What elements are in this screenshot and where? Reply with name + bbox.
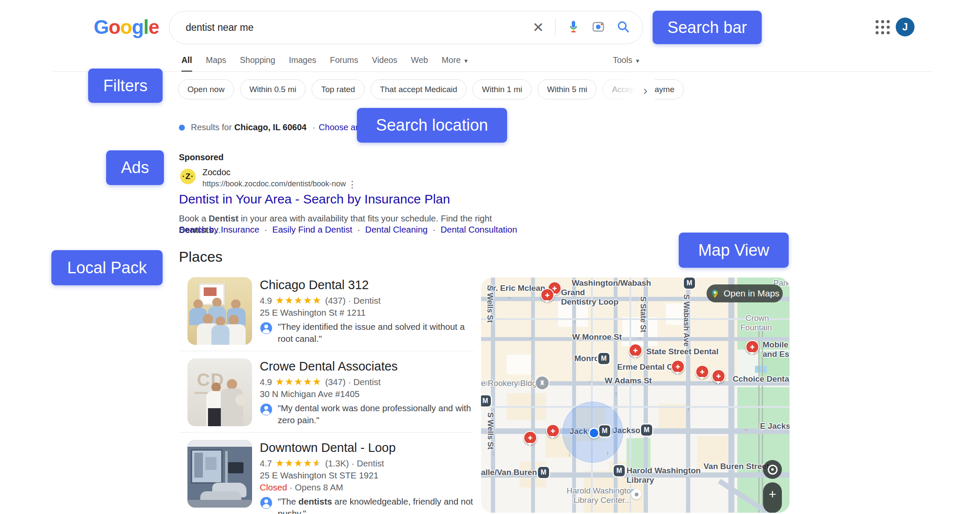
dentist-map-pin[interactable]: ✚ — [546, 424, 560, 438]
map-label: e Rookery Bldg — [481, 379, 537, 388]
logo-letter: G — [94, 16, 109, 38]
tabs-divider — [52, 72, 932, 72]
clear-search-icon[interactable]: ✕ — [532, 21, 544, 34]
dentist-map-pin[interactable]: ✚ — [671, 360, 685, 374]
map-view[interactable]: Dr. Eric McleanGrandDentistry LoopWashin… — [481, 278, 790, 513]
tab-more[interactable]: More▼ — [442, 55, 469, 72]
ad-title-link[interactable]: Dentist in Your Area - Search by Insuran… — [179, 192, 450, 206]
annotation-search-location: Search location — [357, 108, 507, 143]
map-label: Grand — [561, 288, 585, 297]
reviewer-icon — [260, 403, 273, 416]
sitelink[interactable]: Search by Insurance — [179, 224, 259, 234]
search-bar[interactable]: dentist near me ✕ — [169, 11, 643, 44]
listing-photo[interactable] — [187, 440, 252, 508]
listing-name[interactable]: Chicago Dental 312 — [260, 278, 480, 292]
filter-chip[interactable]: Open now — [178, 79, 234, 99]
one-way-arrow-icon: ↓ — [573, 317, 577, 324]
listing-photo[interactable] — [187, 277, 252, 345]
ad-menu-icon[interactable]: ⋮ — [347, 179, 357, 190]
map-label: W Monroe St — [572, 332, 622, 342]
annotation-filters: Filters — [88, 69, 163, 103]
metro-station-icon[interactable]: M — [641, 424, 652, 436]
search-submit-icon[interactable] — [616, 20, 630, 35]
metro-station-icon[interactable]: M — [599, 425, 610, 436]
voice-search-icon[interactable] — [567, 20, 580, 35]
my-location-button[interactable] — [763, 460, 782, 479]
tools-button[interactable]: Tools▼ — [613, 55, 640, 65]
filter-chip[interactable]: Within 0.5 mi — [240, 79, 306, 99]
poi-dot-icon — [631, 489, 641, 499]
metro-station-icon[interactable]: M — [614, 465, 625, 476]
listing-name[interactable]: Crowe Dental Associates — [260, 359, 480, 374]
filter-chip[interactable]: Within 5 mi — [538, 79, 597, 99]
street-name-vertical: S Wells St — [486, 412, 495, 450]
dentist-map-pin[interactable]: ✚ — [712, 369, 725, 383]
ad-sitelinks: Search by Insurance · Easily Find a Dent… — [179, 224, 517, 235]
reviewer-icon — [260, 322, 273, 335]
current-location-dot — [588, 427, 600, 439]
sitelink[interactable]: Easily Find a Dentist — [272, 224, 352, 234]
chevron-down-icon: ▼ — [635, 58, 641, 64]
logo-letter: l — [143, 16, 148, 38]
tab-all[interactable]: All — [181, 55, 192, 72]
map-block — [659, 404, 689, 431]
search-input[interactable]: dentist near me — [186, 22, 532, 33]
logo-letter: o — [120, 16, 132, 38]
listing-rating-line: 4.9★★★★★(437) · Dentist — [260, 294, 480, 307]
tab-shopping[interactable]: Shopping — [240, 55, 275, 72]
map-label: W Adams St — [605, 376, 652, 386]
star-rating: ★★★★★ — [276, 296, 322, 305]
lens-icon[interactable] — [591, 20, 605, 35]
local-pack-result: CD Crowe Dental Associates4.9★★★★★(347) … — [187, 359, 478, 427]
map-label: and Esth — [763, 350, 790, 359]
map-street — [481, 318, 790, 320]
chips-scroll-right-icon[interactable]: › — [643, 83, 647, 98]
listing-address: 30 N Michigan Ave #1405 — [260, 388, 480, 400]
dentist-map-pin[interactable]: ✚ — [695, 365, 709, 379]
sitelink[interactable]: Dental Consultation — [440, 224, 517, 234]
tab-web[interactable]: Web — [411, 55, 428, 72]
tab-forums[interactable]: Forums — [330, 55, 358, 72]
map-label: Dr. Eric Mclean — [487, 284, 545, 293]
open-in-maps-button[interactable]: Open in Maps — [707, 284, 783, 302]
map-label: E Jackso — [760, 421, 790, 431]
google-maps-pin-icon — [710, 289, 720, 299]
local-pack-result: Chicago Dental 3124.9★★★★★(437) · Dentis… — [187, 277, 478, 346]
account-avatar[interactable]: J — [896, 18, 915, 36]
filter-chip[interactable]: Within 1 mi — [472, 79, 532, 99]
listing-photo[interactable]: CD — [187, 359, 252, 426]
star-rating: ★★★★★ — [276, 377, 322, 387]
dentist-map-pin[interactable]: ✚ — [745, 340, 759, 354]
tab-maps[interactable]: Maps — [206, 55, 226, 72]
one-way-arrow-icon: ↑ — [615, 390, 618, 397]
metro-station-icon[interactable]: M — [481, 395, 491, 406]
annotation-ads: Ads — [106, 150, 164, 185]
ad-url: https://book.zocdoc.com/dentist/book-now — [202, 179, 346, 188]
map-street — [481, 406, 790, 408]
tab-images[interactable]: Images — [289, 55, 316, 72]
listing-divider — [179, 432, 473, 433]
tab-videos[interactable]: Videos — [372, 55, 397, 72]
metro-station-icon[interactable]: M — [538, 467, 549, 478]
filter-chip[interactable]: Top rated — [312, 79, 364, 99]
results-for-prefix: Results for — [191, 123, 232, 132]
apps-grid-icon[interactable] — [874, 19, 891, 36]
map-label: Crown — [745, 314, 769, 323]
listing-review: "The dentists are knowledgeable, friendl… — [260, 496, 480, 514]
dentist-map-pin[interactable]: ✚ — [629, 344, 642, 357]
zoom-in-button[interactable]: + — [763, 482, 782, 513]
metro-station-icon[interactable]: M — [598, 353, 609, 364]
dentist-map-pin[interactable]: ✚ — [523, 431, 537, 445]
listing-rating-line: 4.9★★★★★(347) · Dentist — [260, 376, 480, 388]
listing-name[interactable]: Downtown Dental - Loop — [260, 441, 480, 455]
listing-hours: Closed · Opens 8 AM — [260, 481, 480, 493]
annotation-local-pack: Local Pack — [51, 250, 163, 285]
filter-chip[interactable]: That accept Medicaid — [371, 79, 467, 99]
metro-station-icon[interactable]: M — [684, 278, 695, 289]
results-location-line: Results for Chicago, IL 60604 · Choose a… — [179, 123, 368, 132]
dentist-map-pin[interactable]: ✚ — [540, 288, 554, 302]
street-name-vertical: S Wells St — [485, 286, 494, 323]
google-logo[interactable]: Google — [94, 15, 159, 39]
sitelink[interactable]: Dental Cleaning — [365, 224, 428, 234]
listing-address: 25 E Washington St # 1211 — [260, 307, 480, 319]
